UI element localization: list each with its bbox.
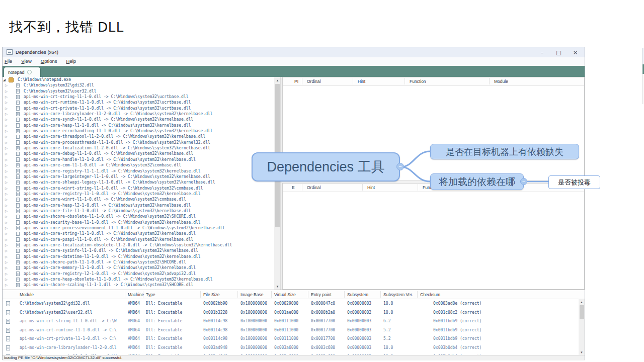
expand-icon[interactable]: ▷: [5, 151, 8, 156]
tree-scrollbar[interactable]: ▲ ▼: [274, 77, 281, 290]
expand-icon[interactable]: ▷: [5, 214, 8, 219]
tree-item[interactable]: ▷api-ms-win-core-localization-obsolete-l…: [3, 242, 274, 248]
tree-item[interactable]: ▷api-ms-win-core-datetime-l1-1-0.dll -> …: [3, 254, 274, 259]
tree-item[interactable]: ▷api-ms-win-shcore-path-l1-1-0.dll -> C:…: [3, 259, 274, 265]
expand-icon[interactable]: ▷: [5, 123, 8, 128]
tree-item[interactable]: ▷api-ms-win-core-largeinteger-l1-1-0.dll…: [3, 174, 274, 179]
modules-scrollbar[interactable]: ▲ ▼: [579, 299, 585, 355]
module-row[interactable]: C:\Windows\system32\user32.dllAMD64Dll: …: [3, 309, 585, 318]
collapse-icon[interactable]: −: [520, 178, 527, 185]
collapse-icon[interactable]: −: [396, 163, 404, 170]
tree-item[interactable]: ▷api-ms-win-crt-string-l1-1-0.dll -> C:\…: [3, 94, 274, 100]
module-row[interactable]: api-ms-win-core-libraryloader-l1-2-0.dll…: [3, 344, 585, 353]
tree-item[interactable]: ▷api-ms-win-core-libraryloader-l1-2-0.dl…: [3, 111, 274, 117]
expand-icon[interactable]: ▷: [5, 209, 8, 213]
expand-icon[interactable]: ▷: [5, 180, 8, 185]
expand-icon[interactable]: ▷: [5, 226, 8, 230]
tree-item[interactable]: ▷api-ms-win-core-debug-l1-1-0.dll -> C:\…: [3, 151, 274, 156]
expand-icon[interactable]: ▷: [5, 106, 8, 111]
tree-item-root[interactable]: ◢C:\Windows\notepad.exe: [3, 77, 274, 82]
expand-icon[interactable]: ▷: [5, 260, 8, 264]
tree-expanded-icon[interactable]: ◢: [3, 77, 6, 82]
column-header-ordinal[interactable]: Ordinal: [307, 79, 320, 84]
tab-close-icon[interactable]: [27, 70, 32, 74]
tree-item[interactable]: ▷api-ms-win-core-sysinfo-l1-1-0.dll -> C…: [3, 248, 274, 253]
expand-icon[interactable]: ▷: [5, 174, 8, 179]
expand-icon[interactable]: ▷: [5, 237, 8, 242]
mindmap-leaf-node[interactable]: 是否被投毒: [548, 175, 600, 189]
expand-icon[interactable]: ▷: [5, 169, 8, 173]
expand-icon[interactable]: ▷: [5, 272, 8, 276]
column-header-subsystem[interactable]: Subsystem: [347, 292, 368, 297]
tree-item[interactable]: ▷api-ms-win-core-errorhandling-l1-1-0.dl…: [3, 128, 274, 134]
menu-file[interactable]: File: [3, 57, 17, 64]
expand-icon[interactable]: ▷: [5, 140, 8, 145]
column-header-machine[interactable]: Machine: [128, 292, 144, 297]
tree-item[interactable]: ▷api-ms-win-core-processthreads-l1-1-0.d…: [3, 140, 274, 145]
tree-item[interactable]: ▷api-ms-win-core-com-l1-1-0.dll -> C:\Wi…: [3, 162, 274, 168]
menu-help[interactable]: Help: [62, 57, 81, 64]
tree-item[interactable]: ▷C:\Windows\system32\user32.dll: [3, 88, 274, 94]
expand-icon[interactable]: ▷: [5, 283, 8, 287]
tree-item[interactable]: ▷api-ms-win-core-heap-l2-1-0.dll -> C:\W…: [3, 203, 274, 208]
expand-icon[interactable]: ▷: [5, 89, 8, 94]
expand-icon[interactable]: ▷: [5, 243, 8, 247]
expand-icon[interactable]: ▷: [5, 192, 8, 196]
menu-view[interactable]: View: [17, 57, 36, 64]
expand-icon[interactable]: ▷: [5, 134, 8, 139]
module-row[interactable]: C:\Windows\system32\gdi32.dllAMD64Dll: E…: [3, 300, 585, 309]
expand-icon[interactable]: ▷: [5, 163, 8, 167]
expand-icon[interactable]: ▷: [5, 248, 8, 253]
tree-item[interactable]: ▷api-ms-win-shcore-scaling-l1-1-1.dll ->…: [3, 282, 274, 288]
tree-item[interactable]: ▷api-ms-win-core-registry-l2-1-0.dll -> …: [3, 271, 274, 277]
tree-item[interactable]: ▷api-ms-win-core-shlwapi-legacy-l1-1-0.d…: [3, 179, 274, 185]
tree-item[interactable]: ▷api-ms-win-core-threadpool-l1-2-0.dll -…: [3, 134, 274, 139]
maximize-button[interactable]: □: [550, 47, 567, 57]
minimize-button[interactable]: –: [534, 47, 550, 57]
expand-icon[interactable]: ▷: [5, 231, 8, 236]
tree-item[interactable]: ▷api-ms-win-core-heap-obsolete-l1-1-0.dl…: [3, 277, 274, 282]
tree-item[interactable]: ▷api-ms-win-core-string-l1-1-0.dll -> C:…: [3, 231, 274, 236]
tree-item[interactable]: ▷api-ms-win-shcore-obsolete-l1-1-0.dll -…: [3, 214, 274, 219]
module-row[interactable]: api-ms-win-crt-string-l1-1-0.dll -> C:\W…: [3, 318, 585, 327]
tree-item[interactable]: ▷api-ms-win-core-memory-l1-1-0.dll -> C:…: [3, 265, 274, 270]
column-header-virtual-size[interactable]: Virtual Size: [274, 292, 296, 297]
window-titlebar[interactable]: Dependencies (x64) – □ ×: [3, 47, 585, 57]
column-header-function[interactable]: Function: [410, 79, 426, 84]
expand-icon[interactable]: ▷: [5, 265, 8, 270]
tree-item[interactable]: ▷api-ms-win-core-registry-l1-1-1.dll -> …: [3, 168, 274, 174]
module-row[interactable]: api-ms-win-crt-private-l1-1-0.dll -> C:\…: [3, 335, 585, 344]
tree-item[interactable]: ▷api-ms-win-core-handle-l1-1-0.dll -> C:…: [3, 157, 274, 162]
expand-icon[interactable]: ▷: [5, 146, 8, 150]
modules-scroll-thumb[interactable]: [580, 305, 584, 319]
tree-item[interactable]: ▷api-ms-win-crt-runtime-l1-1-0.dll -> C:…: [3, 100, 274, 105]
tree-item[interactable]: ▷api-ms-win-core-file-l1-1-0.dll -> C:\W…: [3, 208, 274, 214]
column-header-module[interactable]: Module: [20, 292, 34, 297]
tree-item[interactable]: ▷api-ms-win-core-synch-l1-1-0.dll -> C:\…: [3, 117, 274, 122]
mindmap-branch-bottom-node[interactable]: 将加载的依赖在哪: [430, 173, 524, 190]
scroll-down-icon[interactable]: ▼: [274, 283, 281, 290]
expand-icon[interactable]: ▷: [5, 117, 8, 122]
expand-icon[interactable]: ▷: [5, 100, 8, 105]
column-header-type[interactable]: Type: [146, 292, 155, 297]
column-header-e[interactable]: E: [292, 185, 295, 190]
expand-icon[interactable]: ▷: [5, 277, 8, 282]
expand-icon[interactable]: ▷: [5, 157, 8, 162]
scroll-up-icon[interactable]: ▲: [579, 299, 585, 305]
tree-item[interactable]: ▷api-ms-win-core-registry-l1-1-0.dll -> …: [3, 191, 274, 197]
menu-options[interactable]: Options: [36, 57, 62, 64]
tree-item[interactable]: ▷api-ms-win-core-psapi-l1-1-0.dll -> C:\…: [3, 237, 274, 242]
expand-icon[interactable]: ▷: [5, 203, 8, 208]
expand-icon[interactable]: ▷: [5, 95, 8, 99]
column-header-module[interactable]: Module: [494, 79, 508, 84]
tree-item[interactable]: ▷C:\Windows\system32\gdi32.dll: [3, 82, 274, 88]
tree-item[interactable]: ▷api-ms-win-core-heap-l1-1-0.dll -> C:\W…: [3, 123, 274, 128]
expand-icon[interactable]: ▷: [5, 112, 8, 116]
tree-item[interactable]: ▷api-ms-win-core-winrt-l1-1-0.dll -> C:\…: [3, 197, 274, 202]
expand-icon[interactable]: ▷: [5, 186, 8, 191]
expand-icon[interactable]: ▷: [5, 254, 8, 259]
expand-icon[interactable]: ▷: [5, 220, 8, 225]
column-header-hint[interactable]: Hint: [367, 185, 375, 190]
column-header-checksum[interactable]: Checksum: [420, 292, 440, 297]
column-header-ordinal[interactable]: Ordinal: [307, 185, 320, 190]
